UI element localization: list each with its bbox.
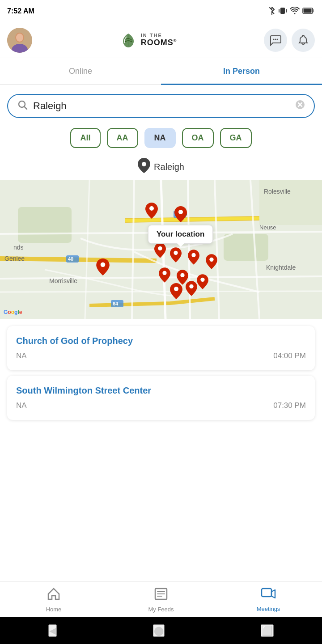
logo-leaf-icon [119,31,137,49]
android-back-button[interactable]: ◀ [48,624,57,637]
svg-point-36 [174,251,178,255]
search-container [0,85,322,123]
search-input[interactable] [33,100,290,112]
result-title-1[interactable]: Church of God of Prophecy [16,336,306,346]
svg-point-43 [189,284,193,288]
status-icons [268,6,315,17]
search-clear-button[interactable] [295,100,305,112]
map-pin[interactable] [170,247,182,263]
tab-online[interactable]: Online [0,58,161,84]
svg-point-42 [200,278,204,282]
result-card-1: Church of God of Prophecy NA 04:00 PM [7,326,315,370]
result-card-2: South Wilmington Street Center NA 07:30 … [7,376,315,420]
svg-rect-46 [262,589,271,597]
svg-point-35 [158,246,162,250]
nav-home[interactable]: Home [0,587,107,613]
meetings-icon [261,587,276,604]
android-home-button[interactable]: ⬤ [153,624,165,637]
svg-point-10 [275,38,276,40]
svg-point-38 [209,258,213,262]
svg-rect-17 [18,207,72,243]
svg-point-11 [277,38,278,40]
result-type-2: NA [16,401,27,410]
svg-point-39 [101,262,106,267]
result-type-1: NA [16,352,27,360]
map-tooltip: Your location [148,225,213,244]
tabs-container: Online In Person [0,58,322,85]
home-icon [47,587,61,604]
chat-button[interactable] [264,29,287,52]
header: IN THE ROOMS® [0,22,322,58]
google-logo: Google [4,309,22,315]
nav-meetings-label: Meetings [257,606,280,612]
result-title-2[interactable]: South Wilmington Street Center [16,386,306,396]
map-pin[interactable] [206,254,217,269]
svg-text:Morrisville: Morrisville [49,277,77,284]
nav-home-label: Home [46,606,62,613]
location-name: Raleigh [154,162,184,172]
results-list: Church of God of Prophecy NA 04:00 PM So… [0,319,322,427]
bluetooth-icon [268,6,275,17]
svg-text:nds: nds [13,244,24,251]
wifi-icon [290,7,300,16]
vibrate-icon [278,6,287,17]
map-container[interactable]: 540 540 40 64 nds Genlee Morrisville Neu… [0,180,322,319]
map-pin[interactable] [174,206,187,222]
map-pin[interactable] [186,281,197,296]
svg-text:64: 64 [113,301,119,306]
map-pin[interactable] [96,258,110,275]
svg-rect-4 [304,8,312,13]
svg-rect-19 [259,180,322,225]
svg-point-8 [16,34,23,42]
svg-text:Neuse: Neuse [259,224,276,231]
result-time-2: 07:30 PM [273,401,306,410]
svg-point-14 [142,162,146,166]
filter-pills: All AA NA OA GA [0,123,322,155]
map-pin[interactable] [154,243,166,258]
filter-all[interactable]: All [70,128,100,148]
svg-point-41 [180,273,184,277]
avatar[interactable] [7,28,32,53]
svg-text:Rolesville: Rolesville [264,188,291,195]
location-pin-icon [138,158,150,176]
result-time-1: 04:00 PM [273,352,306,360]
svg-rect-18 [224,234,268,261]
filter-oa[interactable]: OA [182,128,214,148]
result-meta-1: NA 04:00 PM [16,352,306,360]
map-pin-main[interactable] [170,283,182,299]
svg-point-44 [174,287,178,291]
svg-point-40 [162,271,166,275]
map-pin[interactable] [145,203,158,219]
search-box [7,94,315,118]
map-pin[interactable] [188,250,199,265]
svg-text:40: 40 [68,256,73,262]
filter-ga[interactable]: GA [220,128,252,148]
nav-my-feeds[interactable]: My Feeds [107,587,215,613]
nav-meetings[interactable]: Meetings [215,587,322,612]
svg-rect-0 [280,8,285,14]
tab-in-person[interactable]: In Person [161,58,322,84]
map-pin[interactable] [159,267,170,283]
search-icon [17,99,28,113]
svg-text:Genlee: Genlee [4,255,25,262]
svg-rect-2 [286,9,287,13]
android-recents-button[interactable]: ⬜ [261,624,274,637]
result-meta-2: NA 07:30 PM [16,401,306,410]
svg-text:Knightdale: Knightdale [266,264,296,271]
svg-rect-1 [279,9,280,13]
battery-icon [302,7,315,16]
logo-text: IN THE ROOMS® [141,33,177,47]
filter-aa[interactable]: AA [107,128,138,148]
map-pin[interactable] [197,274,208,289]
svg-point-9 [273,38,275,40]
notifications-button[interactable] [292,29,315,52]
filter-na[interactable]: NA [144,128,176,148]
svg-point-33 [149,206,154,211]
bottom-nav: Home My Feeds Meetings [0,581,322,617]
status-time: 7:52 AM [7,7,34,15]
location-label: Raleigh [0,155,322,180]
android-nav-bar: ◀ ⬤ ⬜ [0,617,322,644]
svg-point-37 [191,253,195,257]
status-bar: 7:52 AM [0,0,322,22]
logo: IN THE ROOMS® [119,31,177,49]
